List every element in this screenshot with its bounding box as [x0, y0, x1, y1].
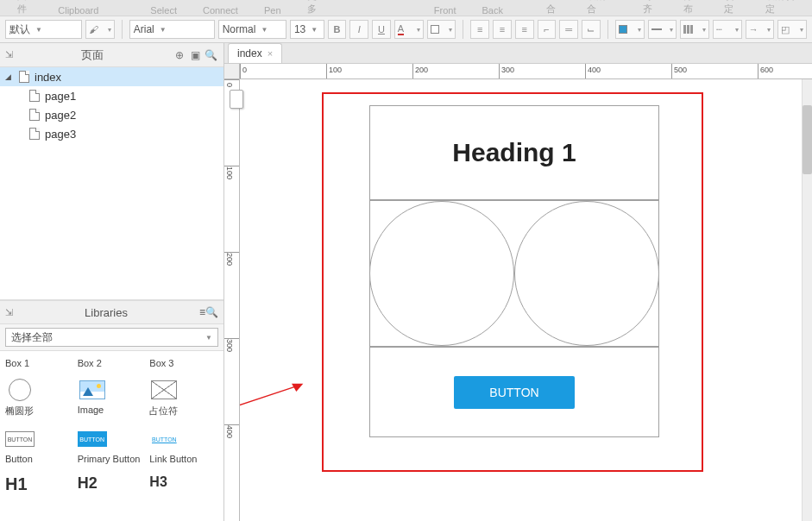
- valign-top-button[interactable]: ⌐: [538, 20, 557, 39]
- menu-group[interactable]: 组合: [546, 0, 561, 16]
- valign-bot-button[interactable]: ⌙: [582, 20, 601, 39]
- arrow-button[interactable]: →: [746, 20, 775, 39]
- wireframe-circle-1[interactable]: [369, 201, 514, 346]
- widget-box2[interactable]: Box 2: [78, 358, 147, 368]
- wireframe-heading-box[interactable]: Heading 1: [369, 105, 659, 200]
- heading-text: Heading 1: [452, 138, 576, 167]
- widget-link-button[interactable]: BUTTONLink Button: [149, 428, 218, 464]
- line-style-button[interactable]: ┄: [713, 20, 742, 39]
- left-panels: ⇲ 页面 ⊕ ▣ 🔍 ◢ index page1 page2 page3: [0, 43, 224, 521]
- fill-button[interactable]: [615, 20, 645, 39]
- page-icon: [29, 90, 40, 102]
- page-icon: [29, 109, 40, 121]
- guide-handle[interactable]: [230, 90, 243, 109]
- vertical-ruler[interactable]: 0 100 200 300 400: [224, 79, 240, 521]
- pin-icon[interactable]: ⇲: [5, 307, 13, 318]
- text-color-button[interactable]: A: [394, 20, 424, 39]
- canvas-scrollbar[interactable]: [802, 79, 812, 521]
- wireframe-bottom-box[interactable]: BUTTON: [369, 347, 659, 437]
- library-filter-select[interactable]: 选择全部: [5, 328, 218, 347]
- widget-placeholder[interactable]: 占位符: [149, 379, 218, 417]
- close-tab-icon[interactable]: ×: [268, 48, 273, 59]
- widget-h2[interactable]: H2: [78, 474, 147, 494]
- page-label: index: [35, 71, 61, 84]
- libraries-list: Box 1 Box 2 Box 3 椭圆形 Image 占位符 BUTTONBu…: [0, 351, 223, 521]
- menu-front[interactable]: Front: [434, 5, 456, 16]
- menu-more[interactable]: 更多: [307, 0, 322, 16]
- align-center-button[interactable]: ≡: [493, 20, 512, 39]
- page-label: page2: [45, 109, 76, 122]
- widget-button[interactable]: BUTTONButton: [5, 428, 74, 464]
- caret-icon[interactable]: ◢: [5, 72, 14, 81]
- widget-box1[interactable]: Box 1: [5, 358, 74, 368]
- widget-primary-button[interactable]: BUTTONPrimary Button: [78, 428, 147, 464]
- line-width-button[interactable]: [680, 20, 709, 39]
- menu-align[interactable]: 对齐: [643, 0, 658, 16]
- widget-image[interactable]: Image: [78, 379, 147, 417]
- tab-strip: index ×: [224, 43, 812, 64]
- bold-button[interactable]: B: [328, 20, 347, 39]
- page-icon: [29, 128, 40, 140]
- menu-lock[interactable]: 锁定: [724, 0, 739, 16]
- widget-box3[interactable]: Box 3: [149, 358, 218, 368]
- page-row-index[interactable]: ◢ index: [0, 67, 223, 86]
- widget-h3[interactable]: H3: [149, 474, 218, 494]
- pin-icon[interactable]: ⇲: [5, 49, 13, 60]
- fill-color-button[interactable]: [427, 20, 456, 39]
- editor-area: index × 0 100 200 300 400 500 600 0 100 …: [224, 43, 812, 521]
- tab-index[interactable]: index ×: [228, 43, 282, 63]
- underline-button[interactable]: U: [372, 20, 391, 39]
- menu-back[interactable]: Back: [482, 5, 502, 16]
- page-label: page1: [45, 90, 76, 103]
- lib-menu-icon[interactable]: ≡: [199, 306, 205, 318]
- menu-file[interactable]: 文件: [17, 0, 32, 16]
- search-lib-icon[interactable]: 🔍: [205, 306, 218, 318]
- menu-distribute[interactable]: 分布: [683, 0, 698, 16]
- menu-ungroup[interactable]: 取消组合: [587, 0, 617, 16]
- page-label: page3: [45, 128, 76, 141]
- libraries-title: Libraries: [13, 306, 199, 319]
- wireframe-circle-2[interactable]: [514, 201, 659, 346]
- menu-clipboard[interactable]: Clipboard: [58, 5, 98, 16]
- page-row-page2[interactable]: page2: [0, 105, 223, 124]
- align-right-button[interactable]: ≡: [515, 20, 534, 39]
- paint-format-button[interactable]: 🖌: [85, 20, 115, 39]
- pages-panel-header: ⇲ 页面 ⊕ ▣ 🔍: [0, 43, 223, 67]
- horizontal-ruler[interactable]: 0 100 200 300 400 500 600: [240, 64, 812, 79]
- page-icon: [19, 71, 29, 83]
- valign-mid-button[interactable]: ═: [559, 20, 578, 39]
- menu-select[interactable]: Select: [150, 5, 177, 16]
- search-pages-icon[interactable]: 🔍: [203, 47, 218, 63]
- menu-bar: 文件 Clipboard Select Connect Pen 更多 Front…: [0, 0, 812, 16]
- annotation-arrow: [240, 381, 326, 416]
- format-toolbar: 默认 🖌 Arial Normal 13 B I U A ≡ ≡ ≡ ⌐ ═ ⌙…: [0, 16, 812, 43]
- font-size-select[interactable]: 13: [290, 20, 324, 39]
- widget-ellipse[interactable]: 椭圆形: [5, 379, 74, 417]
- canvas[interactable]: Heading 1 BUTTON: [240, 79, 812, 521]
- ruler-corner: [224, 64, 240, 79]
- corner-button[interactable]: ◰: [777, 20, 807, 39]
- page-row-page1[interactable]: page1: [0, 86, 223, 105]
- italic-button[interactable]: I: [349, 20, 368, 39]
- page-row-page3[interactable]: page3: [0, 124, 223, 143]
- pages-tree: ◢ index page1 page2 page3: [0, 67, 223, 300]
- font-select[interactable]: Arial: [129, 20, 215, 39]
- svg-line-0: [240, 386, 298, 414]
- add-page-icon[interactable]: ⊕: [172, 47, 187, 63]
- font-weight-select[interactable]: Normal: [218, 20, 286, 39]
- libraries-panel-header: ⇲ Libraries ≡ 🔍: [0, 300, 223, 324]
- widget-h1[interactable]: H1: [5, 474, 74, 494]
- style-select[interactable]: 默认: [5, 20, 82, 39]
- svg-marker-1: [292, 384, 303, 392]
- add-folder-icon[interactable]: ▣: [187, 47, 203, 63]
- menu-pen[interactable]: Pen: [264, 5, 281, 16]
- wireframe-button[interactable]: BUTTON: [454, 376, 575, 409]
- align-left-button[interactable]: ≡: [470, 20, 489, 39]
- menu-connect[interactable]: Connect: [203, 5, 238, 16]
- menu-unlock[interactable]: 取消锁定: [765, 0, 796, 16]
- pages-title: 页面: [13, 47, 172, 63]
- tab-label: index: [237, 47, 262, 60]
- line-color-button[interactable]: [648, 20, 677, 39]
